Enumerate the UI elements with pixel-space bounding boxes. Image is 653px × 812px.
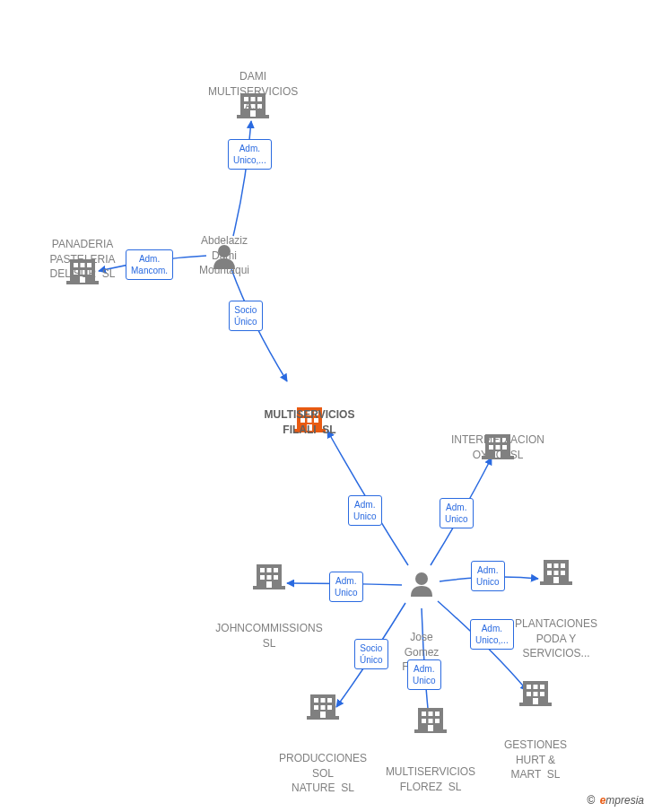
edge-label-jose-john: Adm. Unico — [329, 572, 363, 602]
edge-label-jose-producciones: Socio Único — [354, 639, 388, 669]
edge-label-jose-plantaciones: Adm. Unico — [471, 561, 505, 591]
edge-label-jose-gestiones: Adm. Unico,... — [470, 619, 514, 650]
building-icon — [253, 564, 285, 589]
node-label: PLANTACIONES PODA Y SERVICIOS... — [511, 616, 601, 660]
node-multiservicios-filali[interactable]: MULTISERVICIOS FILALI SL — [256, 379, 363, 451]
building-icon — [307, 694, 339, 720]
node-panaderia[interactable]: PANADERIA PASTELERIA DEL SUR SL — [38, 208, 127, 295]
node-label: PANADERIA PASTELERIA DEL SUR SL — [38, 237, 127, 281]
diagram-canvas: DAMI MULTISERVICIOS A... PANADERIA PASTE… — [0, 0, 653, 812]
node-producciones[interactable]: PRODUCCIONES SOL NATURE SL — [274, 722, 372, 809]
node-label: PRODUCCIONES SOL NATURE SL — [274, 751, 372, 795]
copyright-symbol: © — [587, 794, 595, 807]
node-johncommissions[interactable]: JOHNCOMMISSIONS SL — [215, 592, 323, 665]
person-icon — [411, 572, 432, 597]
building-icon — [540, 560, 572, 585]
node-label: JOHNCOMMISSIONS SL — [215, 621, 323, 650]
node-label: MULTISERVICIOS FLOREZ SL — [381, 764, 480, 793]
edge-label-jose-intermediacion: Adm. Unico — [440, 498, 474, 528]
copyright: © empresia — [587, 794, 644, 807]
node-label: MULTISERVICIOS FILALI SL — [256, 407, 363, 436]
edge-label-abdelaziz-dami: Adm. Unico,... — [228, 139, 272, 170]
edge-label-abdelaziz-panaderia: Adm. Mancom. — [126, 249, 173, 280]
node-abdelaziz[interactable]: Abdelaziz Dami Mountaqui — [179, 205, 269, 292]
edge-label-jose-filali: Adm. Unico — [348, 495, 382, 526]
node-intermediacion[interactable]: INTERMEDIACION OYCO SL — [444, 404, 552, 476]
edge-label-jose-florez: Adm. Unico — [407, 659, 441, 690]
brand-rest: mpresia — [605, 794, 644, 807]
edge-label-abdelaziz-filali: Socio Único — [229, 301, 263, 331]
node-label: GESTIONES HURT & MART SL — [495, 738, 576, 781]
node-label: DAMI MULTISERVICIOS A... — [208, 69, 298, 113]
node-multiservicios-florez[interactable]: MULTISERVICIOS FLOREZ SL — [381, 736, 480, 808]
node-dami[interactable]: DAMI MULTISERVICIOS A... — [208, 40, 298, 127]
building-icon — [519, 681, 552, 706]
building-icon — [414, 708, 447, 733]
node-label: INTERMEDIACION OYCO SL — [444, 432, 552, 461]
node-label: Abdelaziz Dami Mountaqui — [179, 233, 269, 277]
node-gestiones[interactable]: GESTIONES HURT & MART SL — [495, 709, 576, 796]
node-plantaciones[interactable]: PLANTACIONES PODA Y SERVICIOS... — [511, 588, 601, 675]
